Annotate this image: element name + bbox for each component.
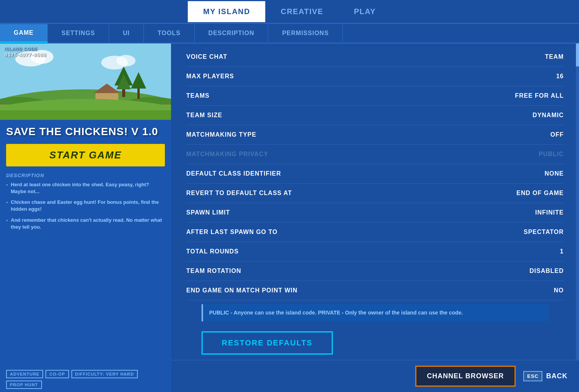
description-item-3: ▪ And remember that chickens can't actua… xyxy=(6,217,165,231)
setting-label-default-class: DEFAULT CLASS IDENTIFIER xyxy=(186,170,281,177)
bullet-icon-1: ▪ xyxy=(6,182,8,187)
setting-value-voice-chat: TEAM xyxy=(545,53,564,60)
setting-row-revert-class[interactable]: REVERT TO DEFAULT CLASS AT END OF GAME xyxy=(186,184,564,203)
setting-row-matchmaking-privacy: MATCHMAKING PRIVACY PUBLIC xyxy=(186,145,564,164)
info-box: PUBLIC - Anyone can use the island code.… xyxy=(202,304,548,321)
setting-label-max-players: MAX PLAYERS xyxy=(186,73,234,80)
setting-value-matchmaking-privacy: PUBLIC xyxy=(539,151,564,158)
description-text-1: Herd at least one chicken into the shed.… xyxy=(11,181,165,195)
setting-row-default-class[interactable]: DEFAULT CLASS IDENTIFIER NONE xyxy=(186,164,564,184)
setting-row-end-game[interactable]: END GAME ON MATCH POINT WIN NO xyxy=(186,281,564,300)
setting-label-spawn-limit: SPAWN LIMIT xyxy=(186,209,230,216)
setting-value-total-rounds: 1 xyxy=(560,248,564,255)
tab-tools[interactable]: TOOLS xyxy=(144,24,195,42)
tab-ui[interactable]: UI xyxy=(109,24,144,42)
setting-value-teams: FREE FOR ALL xyxy=(515,92,564,99)
right-panel: VOICE CHAT TEAM MAX PLAYERS 16 TEAMS FRE… xyxy=(171,44,579,392)
tab-settings[interactable]: SETTINGS xyxy=(48,24,109,42)
left-panel: ISLAND CODE 0175-4977-9508 xyxy=(0,44,171,392)
setting-label-revert-class: REVERT TO DEFAULT CLASS AT xyxy=(186,190,292,197)
scrollbar-thumb[interactable] xyxy=(576,44,579,66)
settings-container: VOICE CHAT TEAM MAX PLAYERS 16 TEAMS FRE… xyxy=(171,44,579,360)
tag-adventure: ADVENTURE xyxy=(6,370,43,378)
setting-row-matchmaking-type[interactable]: MATCHMAKING TYPE OFF xyxy=(186,125,564,145)
esc-key: ESC xyxy=(523,371,542,381)
tag-coop: CO-OP xyxy=(45,370,69,378)
nav-play[interactable]: PLAY xyxy=(339,1,391,22)
setting-label-team-rotation: TEAM ROTATION xyxy=(186,268,241,274)
setting-row-after-spawn[interactable]: AFTER LAST SPAWN GO TO SPECTATOR xyxy=(186,223,564,242)
island-image: ISLAND CODE 0175-4977-9508 xyxy=(0,44,171,120)
tag-prophunt: PROP HUNT xyxy=(6,381,42,389)
island-code-label: ISLAND CODE xyxy=(5,47,38,51)
setting-label-after-spawn: AFTER LAST SPAWN GO TO xyxy=(186,229,277,236)
setting-label-voice-chat: VOICE CHAT xyxy=(186,53,227,60)
svg-point-4 xyxy=(116,55,135,66)
bottom-bar: CHANNEL BROWSER ESC BACK xyxy=(171,360,579,392)
bullet-icon-2: ▪ xyxy=(6,200,8,205)
setting-value-end-game: NO xyxy=(554,287,564,294)
description-item-1: ▪ Herd at least one chicken into the she… xyxy=(6,181,165,195)
island-code-value: 0175-4977-9508 xyxy=(5,52,46,58)
setting-row-team-size[interactable]: TEAM SIZE DYNAMIC xyxy=(186,106,564,125)
setting-label-matchmaking-privacy: MATCHMAKING PRIVACY xyxy=(186,151,268,158)
setting-label-total-rounds: TOTAL ROUNDS xyxy=(186,248,239,255)
svg-rect-18 xyxy=(0,110,171,120)
game-title: SAVE THE CHICKENS! V 1.0 xyxy=(0,120,171,141)
description-text-3: And remember that chickens can't actuall… xyxy=(11,217,165,231)
setting-label-end-game: END GAME ON MATCH POINT WIN xyxy=(186,287,298,294)
setting-value-max-players: 16 xyxy=(556,73,564,80)
setting-value-spawn-limit: INFINITE xyxy=(535,209,564,216)
tab-game[interactable]: GAME xyxy=(0,24,48,43)
channel-browser-button[interactable]: CHANNEL BROWSER xyxy=(415,366,516,387)
tab-permissions[interactable]: PERMISSIONS xyxy=(268,24,343,42)
top-navigation: MY ISLAND CREATIVE PLAY xyxy=(0,0,579,24)
setting-row-max-players[interactable]: MAX PLAYERS 16 xyxy=(186,67,564,86)
setting-row-total-rounds[interactable]: TOTAL ROUNDS 1 xyxy=(186,242,564,261)
tab-bar: GAME SETTINGS UI TOOLS DESCRIPTION PERMI… xyxy=(0,24,579,44)
setting-value-default-class: NONE xyxy=(545,170,564,177)
description-section: DESCRIPTION ▪ Herd at least one chicken … xyxy=(0,173,171,367)
setting-value-team-size: DYNAMIC xyxy=(532,112,564,119)
tab-description[interactable]: DESCRIPTION xyxy=(195,24,268,42)
setting-label-teams: TEAMS xyxy=(186,92,210,99)
setting-row-spawn-limit[interactable]: SPAWN LIMIT INFINITE xyxy=(186,203,564,223)
start-game-button[interactable]: START GAME xyxy=(6,144,165,166)
setting-value-revert-class: END OF GAME xyxy=(516,190,564,197)
description-item-2: ▪ Chicken chase and Easter egg hunt! For… xyxy=(6,199,165,213)
setting-row-teams[interactable]: TEAMS FREE FOR ALL xyxy=(186,86,564,106)
bullet-icon-3: ▪ xyxy=(6,218,8,223)
setting-row-team-rotation[interactable]: TEAM ROTATION DISABLED xyxy=(186,261,564,281)
setting-label-team-size: TEAM SIZE xyxy=(186,112,222,119)
scrollbar-track[interactable] xyxy=(576,44,579,360)
setting-value-after-spawn: SPECTATOR xyxy=(524,229,564,236)
setting-value-team-rotation: DISABLED xyxy=(529,268,564,274)
restore-defaults-button[interactable]: RESTORE DEFAULTS xyxy=(202,331,333,355)
setting-value-matchmaking-type: OFF xyxy=(550,131,564,138)
nav-my-island[interactable]: MY ISLAND xyxy=(188,1,265,22)
setting-label-matchmaking-type: MATCHMAKING TYPE xyxy=(186,131,256,138)
main-content: ISLAND CODE 0175-4977-9508 xyxy=(0,44,579,392)
nav-creative[interactable]: CREATIVE xyxy=(265,1,339,22)
tag-difficulty: DIFFICULTY: VERY HARD xyxy=(71,370,138,378)
esc-back-control[interactable]: ESC BACK xyxy=(523,371,568,381)
description-text-2: Chicken chase and Easter egg hunt! For b… xyxy=(11,199,165,213)
settings-list: VOICE CHAT TEAM MAX PLAYERS 16 TEAMS FRE… xyxy=(171,44,579,360)
setting-row-voice-chat[interactable]: VOICE CHAT TEAM xyxy=(186,47,564,67)
description-title: DESCRIPTION xyxy=(6,173,165,178)
tags-section: ADVENTURE CO-OP DIFFICULTY: VERY HARD PR… xyxy=(0,367,171,392)
back-label: BACK xyxy=(546,372,568,380)
